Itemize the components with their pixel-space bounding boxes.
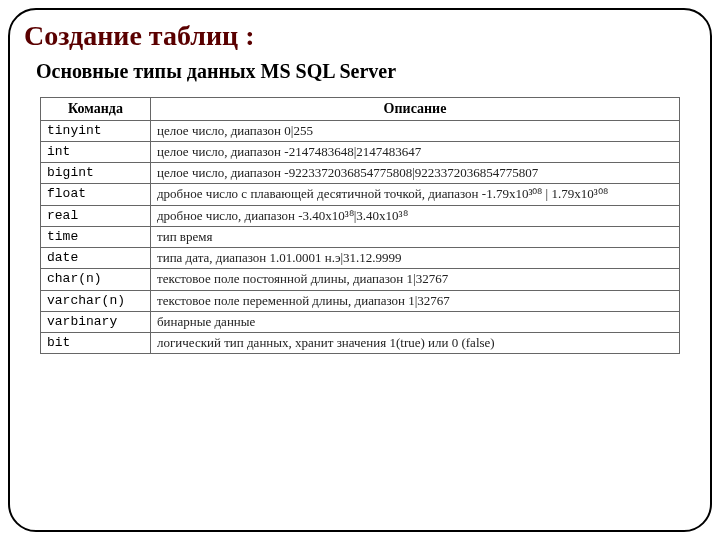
- cell-command: real: [41, 205, 151, 226]
- cell-command: bigint: [41, 163, 151, 184]
- table-row: varchar(n) текстовое поле переменной дли…: [41, 290, 680, 311]
- cell-description: целое число, диапазон 0|255: [151, 120, 680, 141]
- cell-description: логический тип данных, хранит значения 1…: [151, 333, 680, 354]
- cell-command: tinyint: [41, 120, 151, 141]
- table-row: date типа дата, диапазон 1.01.0001 н.э|3…: [41, 248, 680, 269]
- cell-command: varbinary: [41, 311, 151, 332]
- table-row: int целое число, диапазон -2147483648|21…: [41, 141, 680, 162]
- cell-command: int: [41, 141, 151, 162]
- cell-description: бинарные данные: [151, 311, 680, 332]
- cell-description: текстовое поле переменной длины, диапазо…: [151, 290, 680, 311]
- datatypes-table: Команда Описание tinyint целое число, ди…: [40, 97, 680, 354]
- table-row: real дробное число, диапазон -3.40x10³⁸|…: [41, 205, 680, 226]
- table-row: varbinary бинарные данные: [41, 311, 680, 332]
- slide-frame: Создание таблиц : Основные типы данных M…: [8, 8, 712, 532]
- cell-description: дробное число, диапазон -3.40x10³⁸|3.40x…: [151, 205, 680, 226]
- page-subtitle: Основные типы данных MS SQL Server: [36, 60, 696, 83]
- table-row: bit логический тип данных, хранит значен…: [41, 333, 680, 354]
- header-description: Описание: [151, 98, 680, 121]
- table-row: tinyint целое число, диапазон 0|255: [41, 120, 680, 141]
- cell-description: текстовое поле постоянной длины, диапазо…: [151, 269, 680, 290]
- cell-command: date: [41, 248, 151, 269]
- cell-command: time: [41, 226, 151, 247]
- table-row: time тип время: [41, 226, 680, 247]
- table-row: char(n) текстовое поле постоянной длины,…: [41, 269, 680, 290]
- cell-description: целое число, диапазон -92233720368547758…: [151, 163, 680, 184]
- cell-description: типа дата, диапазон 1.01.0001 н.э|31.12.…: [151, 248, 680, 269]
- cell-description: дробное число с плавающей десятичной точ…: [151, 184, 680, 205]
- header-command: Команда: [41, 98, 151, 121]
- table-row: bigint целое число, диапазон -9223372036…: [41, 163, 680, 184]
- cell-description: целое число, диапазон -2147483648|214748…: [151, 141, 680, 162]
- page-title: Создание таблиц :: [24, 20, 696, 52]
- cell-description: тип время: [151, 226, 680, 247]
- cell-command: bit: [41, 333, 151, 354]
- cell-command: char(n): [41, 269, 151, 290]
- table-row: float дробное число с плавающей десятичн…: [41, 184, 680, 205]
- cell-command: varchar(n): [41, 290, 151, 311]
- cell-command: float: [41, 184, 151, 205]
- table-header-row: Команда Описание: [41, 98, 680, 121]
